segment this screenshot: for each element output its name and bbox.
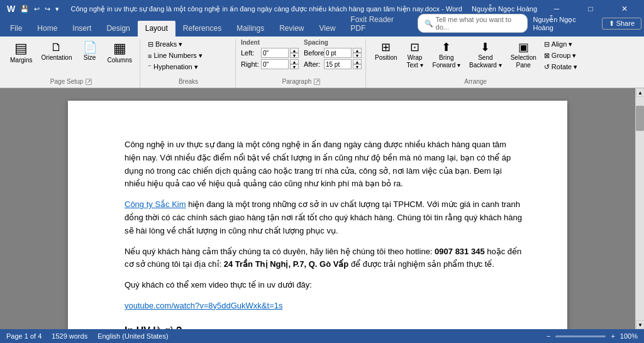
paragraph-1: Công nghệ in uv thực sự đang là một công… [125, 138, 522, 191]
scroll-up-arrow[interactable]: ▲ [636, 88, 644, 97]
hyphenation-button[interactable]: ⁻ Hyphenation ▾ [145, 62, 205, 72]
heading-1-text: In UV là gì ? [125, 325, 182, 329]
ribbon-panel: ▤ Margins 🗋 Orientation 📄 Size ▦ Columns… [0, 37, 644, 88]
indent-right-up[interactable]: ▲ [290, 59, 299, 64]
indent-left-row: Left: ▲ ▼ [241, 48, 299, 58]
send-backward-icon: ⬇ [480, 42, 490, 53]
heading-1: In UV là gì ? [125, 323, 522, 329]
columns-icon: ▦ [113, 42, 126, 55]
ribbon-tab-bar: File Home Insert Design Layout Reference… [0, 18, 644, 37]
indent-left-up[interactable]: ▲ [290, 48, 299, 53]
line-numbers-button[interactable]: ≡ Line Numbers ▾ [145, 50, 205, 61]
spacing-after-down[interactable]: ▼ [353, 64, 362, 69]
tab-mailings[interactable]: Mailings [229, 21, 272, 37]
tab-review[interactable]: Review [272, 21, 311, 37]
share-button[interactable]: ⬆ Share [602, 18, 641, 30]
group-button[interactable]: ⊠ Group ▾ [541, 50, 580, 61]
indent-left-spin[interactable]: ▲ ▼ [290, 48, 299, 58]
tab-design[interactable]: Design [99, 21, 137, 37]
margins-button[interactable]: ▤ Margins [6, 39, 36, 67]
youtube-link[interactable]: youtube.com/watch?v=8y5ddGukWxk&t=1s [125, 301, 282, 310]
selection-pane-button[interactable]: ▣ SelectionPane [507, 39, 540, 72]
cong-ty-sac-kim-link[interactable]: Công ty Sắc Kim [125, 200, 186, 209]
scroll-down-arrow[interactable]: ▼ [636, 320, 644, 329]
save-button[interactable]: 💾 [18, 4, 31, 14]
spacing-label: Spacing [304, 39, 362, 46]
indent-label: Indent [241, 39, 299, 46]
spacing-after-up[interactable]: ▲ [353, 59, 362, 64]
tab-view[interactable]: View [312, 21, 343, 37]
page-setup-expand-icon[interactable]: ↗ [86, 79, 92, 85]
paragraph-3-text3: để được trải nghiệm sản phẩm thực tế. [348, 259, 494, 269]
arrange-content: ⊞ Position ⊡ WrapText ▾ ⬆ BringForward ▾… [371, 39, 580, 77]
vertical-scrollbar[interactable]: ▲ ▼ [635, 88, 644, 329]
search-icon: 🔍 [425, 20, 433, 28]
rotate-button[interactable]: ↺ Rotate ▾ [541, 62, 580, 72]
undo-button[interactable]: ↩ [32, 4, 42, 14]
paragraph-4: Quý khách có thể xem video thực tế in uv… [125, 279, 522, 292]
redo-button[interactable]: ↪ [43, 4, 52, 14]
spacing-before-up[interactable]: ▲ [353, 48, 362, 53]
status-bar: Page 1 of 4 1529 words English (United S… [0, 329, 644, 343]
page-setup-label: Page Setup ↗ [6, 77, 136, 86]
spacing-after-spin[interactable]: ▲ ▼ [353, 59, 362, 69]
columns-button[interactable]: ▦ Columns [104, 39, 136, 67]
spacing-before-down[interactable]: ▼ [353, 53, 362, 58]
zoom-slider[interactable] [555, 335, 606, 337]
send-backward-button[interactable]: ⬇ SendBackward ▾ [465, 39, 506, 72]
tab-insert[interactable]: Insert [65, 21, 99, 37]
indent-left-label: Left: [241, 49, 260, 57]
paragraph-4-text: Quý khách có thể xem video thực tế in uv… [125, 280, 312, 290]
spacing-before-spin[interactable]: ▲ ▼ [353, 48, 362, 58]
indent-right-down[interactable]: ▼ [290, 64, 299, 69]
share-icon: ⬆ [609, 20, 614, 28]
tab-foxit[interactable]: Foxit Reader PDF [343, 12, 417, 37]
margins-icon: ▤ [14, 42, 28, 55]
wrap-text-button[interactable]: ⊡ WrapText ▾ [402, 39, 428, 72]
tab-references[interactable]: References [175, 21, 229, 37]
arrange-label: Arrange [371, 77, 580, 86]
word-count: 1529 words [52, 332, 87, 340]
position-button[interactable]: ⊞ Position [371, 39, 401, 64]
paragraph-content: Indent Left: ▲ ▼ Right: ▲ [241, 39, 362, 77]
status-bar-right: − + 100% [547, 332, 638, 340]
scroll-thumb[interactable] [636, 106, 644, 131]
tell-me-input[interactable]: 🔍 Tell me what you want to do... [418, 14, 528, 33]
paragraph-1-text: Công nghệ in uv thực sự đang là một công… [125, 140, 511, 188]
paragraph-group: Indent Left: ▲ ▼ Right: ▲ [237, 39, 366, 87]
spacing-before-input[interactable] [324, 48, 352, 58]
indent-spacing-section: Indent Left: ▲ ▼ Right: ▲ [241, 39, 362, 69]
indent-right-input[interactable] [261, 59, 289, 69]
indent-section: Indent Left: ▲ ▼ Right: ▲ [241, 39, 299, 69]
paragraph-expand-icon[interactable]: ↗ [314, 79, 320, 85]
align-button[interactable]: ⊟ Align ▾ [541, 39, 580, 50]
title-bar-left: W 💾 ↩ ↪ ▾ [5, 3, 61, 15]
ribbon-tab-right-area: 🔍 Tell me what you want to do... Nguyễn … [418, 14, 641, 37]
bring-forward-icon: ⬆ [441, 42, 451, 53]
paragraph-5-link: youtube.com/watch?v=8y5ddGukWxk&t=1s [125, 300, 522, 313]
indent-right-spin[interactable]: ▲ ▼ [290, 59, 299, 69]
document-scroll[interactable]: Công nghệ in uv thực sự đang là một công… [0, 88, 635, 329]
zoom-level: 100% [620, 332, 638, 340]
zoom-in-button[interactable]: + [611, 332, 614, 340]
indent-left-input[interactable] [261, 48, 289, 58]
tab-file[interactable]: File [3, 21, 30, 37]
paragraph-label: Paragraph Paragraph ↗ [241, 77, 362, 86]
orientation-button[interactable]: 🗋 Orientation [38, 39, 76, 64]
status-bar-left: Page 1 of 4 1529 words English (United S… [6, 332, 169, 340]
customize-qat-button[interactable]: ▾ [53, 4, 61, 14]
breaks-button[interactable]: ⊟ Breaks ▾ [145, 39, 205, 50]
indent-right-row: Right: ▲ ▼ [241, 59, 299, 69]
size-button[interactable]: 📄 Size [77, 39, 103, 64]
tab-home[interactable]: Home [30, 21, 65, 37]
word-icon: W [5, 3, 17, 15]
user-name: Nguyễn Ngọc Hoàng [472, 5, 537, 13]
zoom-out-button[interactable]: − [547, 332, 550, 340]
hotline-number: 0907 831 345 [435, 247, 485, 256]
bring-forward-button[interactable]: ⬆ BringForward ▾ [429, 39, 464, 72]
indent-left-down[interactable]: ▼ [290, 53, 299, 58]
tab-layout[interactable]: Layout [138, 21, 175, 37]
address-text: 24 Trần Thị Nghị, P.7, Q. Gò Vấp [224, 259, 349, 269]
spacing-after-input[interactable] [324, 59, 352, 69]
paragraph-3-text1: Nếu quý khách hàng cảm thấy chúng ta có … [125, 247, 435, 256]
